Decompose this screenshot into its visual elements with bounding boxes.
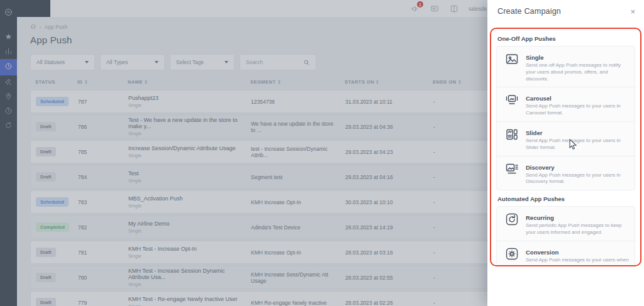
item-description: Send App Push messages to your users whe… [526, 257, 630, 266]
conversion-gear-icon [504, 246, 519, 261]
item-description: Send App Push messages to your users in … [526, 172, 630, 186]
item-title: Carousel [526, 95, 552, 102]
item-title: Conversion [526, 249, 558, 256]
item-title: Single [526, 54, 544, 61]
close-icon[interactable]: × [630, 8, 635, 16]
highlight-annotation-box: One-Off App PushesSingleSend one-off App… [490, 28, 641, 266]
item-title: Recurring [526, 214, 554, 221]
item-title: Discovery [526, 164, 554, 171]
image-icon [504, 52, 519, 67]
discovery-icon [504, 161, 519, 177]
app-root: 1 salesde in › App Push App Push All Sta… [0, 0, 644, 306]
carousel-icon [504, 92, 519, 107]
campaign-type-recurring[interactable]: RecurringSend periodic App Push messages… [497, 207, 635, 241]
modal-backdrop[interactable] [0, 0, 487, 306]
section-card: SingleSend one-off App Push messages to … [496, 46, 635, 190]
slider-icon [504, 127, 519, 142]
panel-header: Create Campaign × [487, 0, 644, 23]
section-label: Automated App Pushes [497, 195, 635, 202]
campaign-type-discovery[interactable]: DiscoverySend App Push messages to your … [497, 156, 635, 190]
create-campaign-panel: Create Campaign × One-Off App PushesSing… [487, 0, 644, 306]
recurring-icon [504, 212, 519, 227]
campaign-type-single[interactable]: SingleSend one-off App Push messages to … [497, 46, 635, 87]
campaign-type-conversion[interactable]: ConversionSend App Push messages to your… [497, 241, 635, 266]
item-title: Slider [526, 129, 542, 136]
item-description: Send one-off App Push messages to notify… [526, 62, 630, 82]
campaign-type-carousel[interactable]: CarouselSend App Push messages to your u… [497, 87, 635, 122]
section-label: One-Off App Pushes [497, 35, 635, 42]
panel-title: Create Campaign [497, 7, 561, 16]
section-card: RecurringSend periodic App Push messages… [496, 206, 635, 266]
item-description: Send App Push messages to your users in … [526, 103, 630, 117]
item-description: Send periodic App Push messages to keep … [526, 222, 630, 236]
campaign-type-slider[interactable]: SliderSend App Push messages to your use… [497, 122, 635, 156]
item-description: Send App Push messages to your users in … [526, 138, 630, 151]
